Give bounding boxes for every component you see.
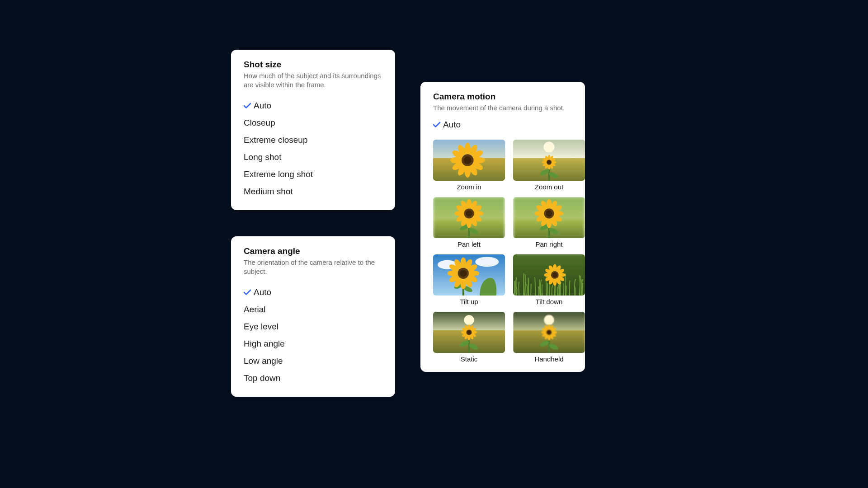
svg-point-134 — [544, 315, 554, 325]
camera-motion-thumb-label: Zoom in — [457, 183, 481, 191]
sunflower-thumbnail — [433, 197, 505, 238]
sunflower-thumbnail — [513, 312, 585, 353]
svg-point-15 — [464, 156, 472, 164]
camera-angle-option-label: High angle — [244, 339, 285, 349]
camera-angle-options: AutoAerialEye levelHigh angleLow angleTo… — [244, 284, 382, 387]
camera-motion-auto-label: Auto — [443, 120, 461, 130]
camera-motion-thumb-tilt-up[interactable]: Tilt up — [433, 254, 505, 305]
checkmark-icon — [244, 289, 254, 296]
camera-motion-thumb-label: Tilt up — [460, 298, 478, 305]
shot-size-option-label: Extreme long shot — [244, 169, 313, 179]
camera-angle-title: Camera angle — [244, 246, 382, 256]
sunflower-thumbnail — [513, 140, 585, 181]
camera-motion-thumb-tilt-down[interactable]: Tilt down — [513, 254, 585, 305]
camera-motion-thumb-zoom-in[interactable]: Zoom in — [433, 140, 505, 191]
camera-motion-thumb-static[interactable]: Static — [433, 312, 505, 363]
svg-point-112 — [552, 273, 557, 278]
svg-point-35 — [547, 161, 551, 164]
shot-size-option-label: Medium shot — [244, 187, 293, 197]
shot-size-title: Shot size — [244, 60, 382, 70]
camera-motion-desc: The movement of the camera during a shot… — [433, 103, 572, 113]
shot-size-option-label: Auto — [254, 101, 271, 111]
checkmark-icon — [433, 122, 443, 128]
svg-point-97 — [460, 270, 467, 277]
camera-angle-option-label: Low angle — [244, 356, 283, 366]
svg-point-152 — [547, 331, 551, 334]
camera-motion-thumbs: Zoom in Zoom out Pan left Pan right Tilt… — [433, 140, 572, 363]
camera-motion-thumb-pan-right[interactable]: Pan right — [513, 197, 585, 248]
shot-size-option-label: Extreme closeup — [244, 135, 308, 145]
shot-size-option-long-shot[interactable]: Long shot — [244, 149, 382, 166]
svg-point-80 — [475, 257, 499, 267]
sunflower-thumbnail — [513, 254, 585, 296]
shot-size-option-auto[interactable]: Auto — [244, 97, 382, 114]
shot-size-option-extreme-closeup[interactable]: Extreme closeup — [244, 131, 382, 149]
sunflower-thumbnail — [513, 197, 585, 238]
shot-size-desc: How much of the subject and its surround… — [244, 71, 382, 90]
shot-size-option-label: Long shot — [244, 152, 281, 162]
camera-motion-thumb-pan-left[interactable]: Pan left — [433, 197, 505, 248]
camera-motion-thumb-handheld[interactable]: Handheld — [513, 312, 585, 363]
sunflower-thumbnail — [433, 312, 505, 353]
shot-size-options: AutoCloseupExtreme closeupLong shotExtre… — [244, 97, 382, 200]
camera-angle-option-label: Top down — [244, 373, 280, 383]
shot-size-panel: Shot size How much of the subject and it… — [231, 50, 395, 210]
camera-angle-option-eye-level[interactable]: Eye level — [244, 318, 382, 335]
sunflower-thumbnail — [433, 140, 505, 181]
camera-motion-title: Camera motion — [433, 92, 572, 102]
camera-motion-thumb-label: Zoom out — [535, 183, 563, 191]
checkmark-icon — [244, 103, 254, 109]
svg-point-132 — [467, 331, 471, 334]
shot-size-option-extreme-long-shot[interactable]: Extreme long shot — [244, 166, 382, 183]
shot-size-option-medium-shot[interactable]: Medium shot — [244, 183, 382, 200]
camera-angle-option-label: Eye level — [244, 322, 278, 332]
camera-angle-option-high-angle[interactable]: High angle — [244, 335, 382, 352]
camera-motion-thumb-label: Static — [461, 355, 478, 363]
camera-angle-option-auto[interactable]: Auto — [244, 284, 382, 301]
camera-motion-option-auto[interactable]: Auto — [433, 117, 572, 135]
camera-angle-panel: Camera angle The orientation of the came… — [231, 236, 395, 397]
shot-size-option-label: Closeup — [244, 118, 275, 128]
camera-angle-desc: The orientation of the camera relative t… — [244, 258, 382, 277]
sunflower-thumbnail — [433, 254, 505, 296]
camera-motion-panel: Camera motion The movement of the camera… — [420, 82, 585, 372]
shot-size-option-closeup[interactable]: Closeup — [244, 114, 382, 131]
camera-motion-thumb-label: Tilt down — [536, 298, 562, 305]
camera-motion-thumb-zoom-out[interactable]: Zoom out — [513, 140, 585, 191]
camera-motion-thumb-label: Pan right — [535, 240, 562, 248]
camera-motion-thumb-label: Pan left — [458, 240, 481, 248]
camera-angle-option-label: Auto — [254, 287, 271, 297]
camera-motion-thumb-label: Handheld — [534, 355, 563, 363]
svg-point-17 — [544, 142, 555, 153]
camera-angle-option-top-down[interactable]: Top down — [244, 370, 382, 387]
camera-angle-option-label: Aerial — [244, 305, 266, 314]
svg-point-56 — [466, 211, 472, 217]
svg-point-114 — [464, 315, 474, 325]
svg-point-77 — [546, 211, 552, 217]
camera-angle-option-aerial[interactable]: Aerial — [244, 301, 382, 318]
camera-angle-option-low-angle[interactable]: Low angle — [244, 352, 382, 370]
